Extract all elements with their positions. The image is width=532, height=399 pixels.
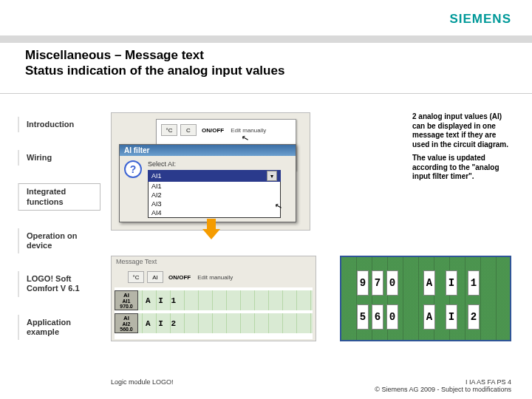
onoff-label-2: ON/OFF xyxy=(166,274,193,281)
digit-2a: 5 xyxy=(357,304,369,330)
ai1-mono: A I 1 xyxy=(138,290,313,310)
select-ai-label: Select AI: xyxy=(148,160,291,168)
page-title: Miscellaneous – Message text Status indi… xyxy=(25,47,284,79)
digit-2b: 6 xyxy=(372,304,383,330)
digit-1a: 9 xyxy=(357,270,369,296)
c-button[interactable]: C xyxy=(180,124,197,136)
label-1c: 1 xyxy=(468,270,480,296)
footer-left: Logic module LOGO! xyxy=(111,378,174,393)
onoff-label: ON/OFF xyxy=(200,127,226,134)
ai-option-3[interactable]: AI3 xyxy=(149,200,280,208)
edit-manually-label: Edit manually xyxy=(231,127,266,134)
toolbar-row-2: °C AI ON/OFF Edit manually xyxy=(128,271,233,283)
config-row-2: AI AI2 560.0 A I 2 xyxy=(115,313,313,333)
deg-c-button[interactable]: °C xyxy=(161,124,177,136)
display-row-1: 9 7 0 A I 1 xyxy=(341,270,510,296)
label-2b: I xyxy=(446,304,457,330)
display-row-2: 5 6 0 A I 2 xyxy=(341,304,510,330)
digit-1b: 7 xyxy=(372,270,383,296)
nav-logo-soft-comfort[interactable]: LOGO! Soft Comfort V 6.1 xyxy=(18,271,100,296)
combobox-selected-value: AI1 xyxy=(151,172,162,180)
footer-code: I IA AS FA PS 4 xyxy=(466,378,511,386)
ai-filter-dialog: AI filter ? Select AI: AI1 ▾ AI1 AI2 AI3… xyxy=(119,144,296,222)
deg-c-button-2[interactable]: °C xyxy=(128,271,144,283)
config-row-1: AI AI1 970.0 A I 1 xyxy=(115,290,313,310)
explanation-note: 2 analog input values (AI) can be displa… xyxy=(412,112,511,186)
label-2a: A xyxy=(423,304,435,330)
top-accent-bar xyxy=(0,35,532,43)
nav-integrated-functions[interactable]: Integrated functions xyxy=(18,183,100,210)
ai2-block[interactable]: AI AI2 560.0 xyxy=(115,313,138,333)
ai2-value: 560.0 xyxy=(120,327,133,332)
ai-option-1[interactable]: AI1 xyxy=(149,182,280,191)
device-display-preview: 9 7 0 A I 1 5 6 0 A I 2 xyxy=(340,256,511,341)
ai-tag: AI xyxy=(123,315,129,321)
nav-wiring[interactable]: Wiring xyxy=(18,150,100,166)
ai-button[interactable]: AI xyxy=(147,271,163,283)
label-2c: 2 xyxy=(468,304,480,330)
ai-select-combobox[interactable]: AI1 ▾ xyxy=(148,170,281,182)
ai-select-dropdown[interactable]: AI1 AI2 AI3 AI4 xyxy=(148,182,281,218)
ai1-value: 970.0 xyxy=(120,304,133,309)
ai-option-4[interactable]: AI4 xyxy=(149,208,280,217)
message-text-window-label: Message Text xyxy=(112,112,158,113)
title-line-2: Status indication of the analog input va… xyxy=(25,64,284,78)
note-paragraph-1: 2 analog input values (AI) can be displa… xyxy=(412,112,508,149)
label-1b: I xyxy=(446,270,457,296)
question-icon: ? xyxy=(124,160,142,178)
footer: Logic module LOGO! I IA AS FA PS 4 © Sie… xyxy=(0,378,532,393)
chevron-down-icon[interactable]: ▾ xyxy=(267,171,277,181)
digit-2c: 0 xyxy=(386,304,398,330)
screenshot-message-text-config: Message Text °C AI ON/OFF Edit manually … xyxy=(111,256,316,341)
message-text-label-2: Message Text xyxy=(116,258,157,265)
label-1a: A xyxy=(423,270,435,296)
screenshot-dialog-area: Message Text °C C ON/OFF Edit manually ↖… xyxy=(111,112,310,231)
footer-copyright: © Siemens AG 2009 - Subject to modificat… xyxy=(375,386,511,393)
title-line-1: Miscellaneous – Message text xyxy=(25,48,204,62)
sidebar-nav: Introduction Wiring Integrated functions… xyxy=(18,117,100,358)
nav-application-example[interactable]: Application example xyxy=(18,315,100,340)
ai2-mono: A I 2 xyxy=(138,313,313,333)
edit-manually-label-2: Edit manually xyxy=(197,274,233,281)
dialog-title-bar: AI filter xyxy=(120,145,296,156)
ai-option-2[interactable]: AI2 xyxy=(149,191,280,200)
toolbar-row: °C C ON/OFF Edit manually xyxy=(161,124,266,136)
brand-logo: SIEMENS xyxy=(449,12,511,27)
nav-operation-on-device[interactable]: Operation on device xyxy=(18,228,100,253)
ai2-label: AI2 xyxy=(123,321,131,327)
nav-introduction[interactable]: Introduction xyxy=(18,117,100,132)
digit-1c: 0 xyxy=(386,270,398,296)
ai-tag: AI xyxy=(123,292,129,299)
note-paragraph-2: The value is updated according to the "a… xyxy=(412,154,499,180)
header-divider xyxy=(0,93,532,94)
ai1-label: AI1 xyxy=(123,299,131,304)
ai1-block[interactable]: AI AI1 970.0 xyxy=(115,290,138,310)
orange-arrow-head-icon xyxy=(202,229,220,239)
config-grid: AI AI1 970.0 A I 1 AI AI2 560.0 A I 2 xyxy=(115,287,313,339)
